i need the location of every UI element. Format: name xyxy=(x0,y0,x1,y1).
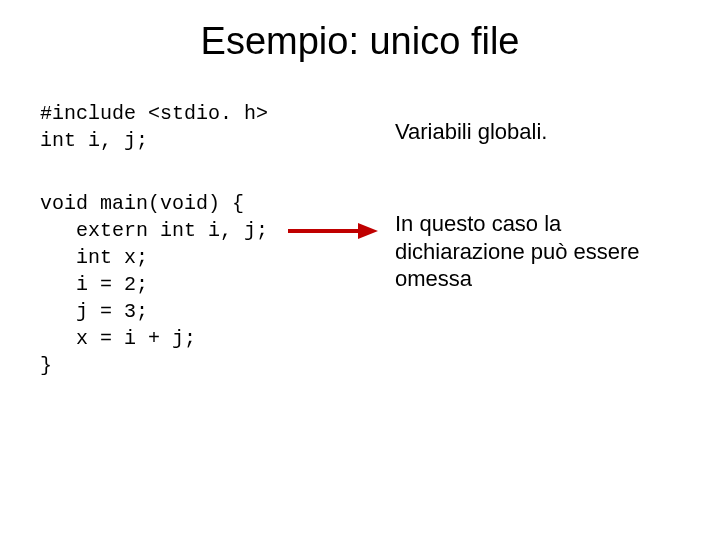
annotation-global-vars: Variabili globali. xyxy=(395,118,547,146)
arrow-line xyxy=(288,229,360,233)
code-block-includes: #include <stdio. h> int i, j; xyxy=(40,100,268,154)
slide-title: Esempio: unico file xyxy=(0,20,720,63)
slide: Esempio: unico file #include <stdio. h> … xyxy=(0,0,720,540)
arrow-head xyxy=(358,223,378,239)
arrow-icon xyxy=(288,224,378,238)
annotation-declaration-omitted: In questo caso la dichiarazione può esse… xyxy=(395,210,675,293)
code-block-main: void main(void) { extern int i, j; int x… xyxy=(40,190,268,379)
